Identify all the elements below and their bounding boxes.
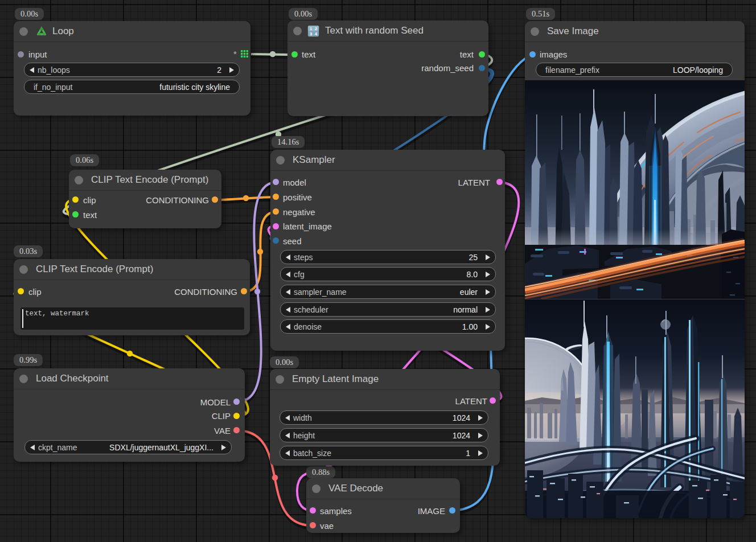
svg-text:2: 2 <box>315 26 318 31</box>
svg-text:3: 3 <box>310 31 313 36</box>
svg-text:4: 4 <box>315 31 318 36</box>
svg-text:1: 1 <box>310 26 313 31</box>
